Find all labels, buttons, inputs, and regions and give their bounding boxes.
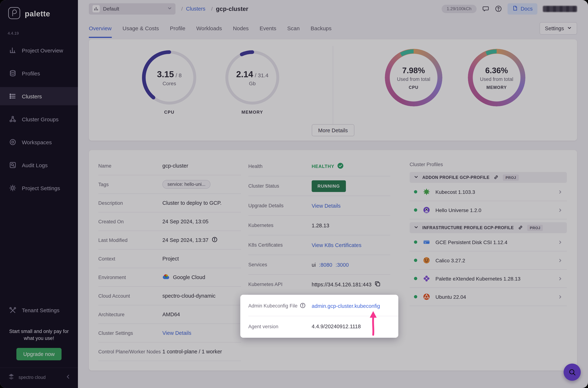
chevron-right-icon xyxy=(558,190,563,194)
tab-usage-costs[interactable]: Usage & Costs xyxy=(122,25,159,38)
google-cloud-icon xyxy=(162,274,170,281)
detail-row-name: Name gcp-cluster xyxy=(98,157,241,175)
upgrade-view-details-link[interactable]: View Details xyxy=(312,203,340,209)
tab-overview[interactable]: Overview xyxy=(89,25,112,38)
gce-disk-icon xyxy=(422,238,431,246)
sidebar-item-clusters[interactable]: Clusters xyxy=(0,87,78,105)
memory-gauge-label: MEMORY xyxy=(241,110,263,115)
tab-nodes[interactable]: Nodes xyxy=(233,25,249,38)
tab-workloads[interactable]: Workloads xyxy=(196,25,222,38)
cpu-percent-label: CPU xyxy=(409,85,418,89)
admin-kubeconfig-download-link[interactable]: admin.gcp-cluster.kubeconfig xyxy=(312,303,380,309)
link-icon xyxy=(518,225,523,231)
sidebar-item-audit-logs[interactable]: Audit Logs xyxy=(0,156,78,174)
status-row-agent-version: Agent version 4.4.9/20240912.1118 xyxy=(248,316,398,337)
service-port-3000-link[interactable]: :3000 xyxy=(336,262,349,267)
profile-item-palette-extended-kubernetes[interactable]: Palette eXtended Kubernetes 1.28.13 xyxy=(410,270,567,288)
main-area: Default / Clusters / gcp-cluster 1.29/10… xyxy=(78,0,588,388)
kubeconfig-spotlight: Admin Kubeconfig File admin.gcp-cluster.… xyxy=(240,295,398,338)
network-icon xyxy=(9,116,16,123)
chevron-down-icon xyxy=(167,6,172,12)
memory-percent-caption: Used from total xyxy=(480,76,513,82)
view-k8s-certificates-link[interactable]: View K8s Certificates xyxy=(312,242,361,248)
hello-universe-icon xyxy=(422,206,431,214)
breadcrumb-clusters-link[interactable]: Clusters xyxy=(186,6,205,12)
sidebar-item-workspaces[interactable]: Workspaces xyxy=(0,133,78,151)
chat-icon[interactable] xyxy=(482,5,489,12)
tab-scan[interactable]: Scan xyxy=(287,25,300,38)
sidebar-nav: Project Overview Profiles Clusters Clust… xyxy=(0,41,78,202)
promo-text: Start small and only pay for what you us… xyxy=(0,324,78,346)
status-dot xyxy=(414,295,417,298)
collapse-sidebar-icon[interactable] xyxy=(66,374,71,381)
status-row-health: Health HEALTHY xyxy=(248,157,390,176)
status-dot xyxy=(414,277,417,280)
service-port-8080-link[interactable]: :8080 xyxy=(319,262,332,267)
memory-percent-gauge: 6.36% Used from total MEMORY xyxy=(468,49,525,141)
brand[interactable]: palette xyxy=(0,7,78,21)
detail-row-tags: Tags service: hello-uni... xyxy=(98,175,241,194)
usage-gauges: 3.15 / 8 Cores CPU xyxy=(89,39,333,141)
info-icon[interactable] xyxy=(300,303,305,309)
detail-row-created-on: Created On 24 Sep 2024, 13:05 xyxy=(98,212,241,231)
sidebar-item-label: Profiles xyxy=(22,70,40,76)
cluster-settings-view-details-link[interactable]: View Details xyxy=(162,330,191,336)
chevron-down-icon xyxy=(567,25,572,31)
layers-icon xyxy=(9,70,16,77)
top-header: Default / Clusters / gcp-cluster 1.29/10… xyxy=(78,0,588,18)
addon-profile-header[interactable]: ADDON PROFILE GCP-PROFILE PROJ xyxy=(410,172,567,183)
chevron-down-icon xyxy=(414,225,418,230)
infrastructure-profile-header[interactable]: INFRASTRUCTURE PROFILE GCP-PROFILE PROJ xyxy=(410,222,567,233)
sidebar-item-profiles[interactable]: Profiles xyxy=(0,64,78,82)
profile-item-gce-persistent-disk[interactable]: GCE Persistent Disk CSI 1.12.4 xyxy=(410,233,567,251)
audit-search-icon xyxy=(9,161,16,169)
cluster-profiles-title: Cluster Profiles xyxy=(410,162,567,167)
details-left-column: Name gcp-cluster Tags service: hello-uni… xyxy=(98,157,241,361)
more-details-button[interactable]: More Details xyxy=(312,124,354,136)
info-icon[interactable] xyxy=(212,237,217,243)
profile-item-calico[interactable]: Calico 3.27.2 xyxy=(410,251,567,270)
cpu-used-value: 3.15 xyxy=(157,69,174,79)
docs-button[interactable]: Docs xyxy=(508,3,537,14)
search-fab[interactable] xyxy=(564,364,581,381)
profile-item-ubuntu[interactable]: Ubuntu 22.04 xyxy=(410,288,567,306)
brand-name: palette xyxy=(25,9,50,18)
copy-icon[interactable] xyxy=(375,281,381,288)
sidebar-item-cluster-groups[interactable]: Cluster Groups xyxy=(0,110,78,128)
detail-row-nodes: Control Plane/Worker Nodes 1 control-pla… xyxy=(98,342,241,361)
sidebar-item-label: Audit Logs xyxy=(22,162,48,168)
kubernetes-api-url: https://34.54.126.181:443 xyxy=(312,281,372,287)
sidebar-item-project-settings[interactable]: Project Settings xyxy=(0,179,78,197)
upgrade-now-button[interactable]: Upgrade now xyxy=(16,348,62,360)
memory-gauge: 2.14 / 31.4 Gb MEMORY xyxy=(224,49,281,141)
gear-icon xyxy=(9,184,16,192)
cpu-percent-value: 7.98% xyxy=(402,66,425,75)
chevron-right-icon xyxy=(558,240,563,244)
scope-badge: PROJ xyxy=(527,225,543,231)
settings-button[interactable]: Settings xyxy=(539,22,577,35)
tab-profile[interactable]: Profile xyxy=(170,25,185,38)
detail-row-description: Description Cluster to deploy to GCP. xyxy=(98,194,241,212)
cpu-total-value: / 8 xyxy=(176,72,181,78)
chevron-down-icon xyxy=(414,175,418,180)
help-icon[interactable] xyxy=(495,5,502,12)
cluster-details-card: Name gcp-cluster Tags service: hello-uni… xyxy=(89,150,577,370)
app-version: 4.4.19 xyxy=(0,21,78,41)
profile-item-hello-universe[interactable]: Hello Universe 1.2.0 xyxy=(410,201,567,219)
status-row-kubernetes-api: Kubernetes API https://34.54.126.181:443 xyxy=(248,275,390,294)
status-row-cluster-status: Cluster Status RUNNING xyxy=(248,176,390,196)
memory-total-value: / 31.4 xyxy=(255,72,269,78)
tag-chip[interactable]: service: hello-uni... xyxy=(162,180,210,189)
project-selector[interactable]: Default xyxy=(89,3,176,14)
memory-used-value: 2.14 xyxy=(236,69,253,79)
status-dot xyxy=(414,259,417,262)
tab-backups[interactable]: Backups xyxy=(311,25,332,38)
sidebar-item-project-overview[interactable]: Project Overview xyxy=(0,41,78,59)
palette-logo-icon xyxy=(8,7,21,21)
profile-item-kubecost[interactable]: Kubecost 1.103.3 xyxy=(410,183,567,201)
sidebar-item-tenant-settings[interactable]: Tenant Settings xyxy=(0,301,78,319)
palette-app-window: palette 4.4.19 Project Overview Profiles… xyxy=(0,0,588,388)
tab-events[interactable]: Events xyxy=(260,25,276,38)
detail-row-cluster-settings: Cluster Settings View Details xyxy=(98,324,241,342)
tools-icon xyxy=(9,307,16,314)
